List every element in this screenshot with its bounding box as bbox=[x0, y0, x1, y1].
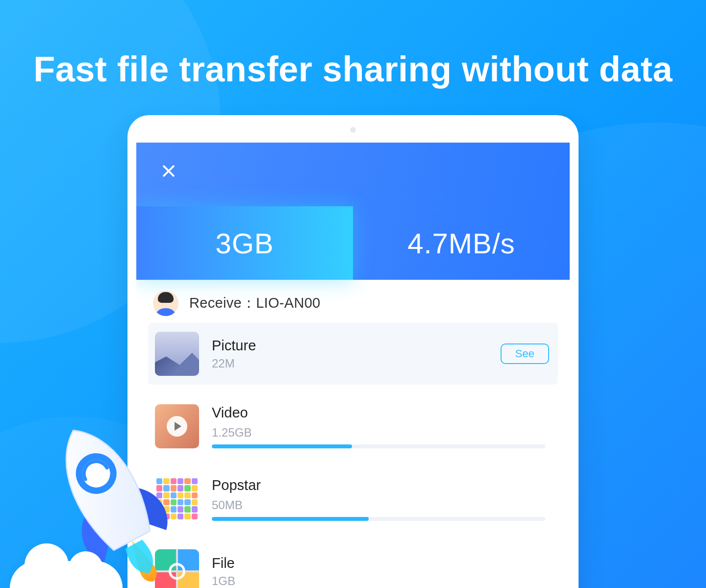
item-size: 22M bbox=[212, 357, 488, 370]
progress-bar bbox=[212, 444, 545, 448]
list-item[interactable]: Video1.25GB bbox=[148, 395, 558, 457]
item-name: Video bbox=[212, 405, 545, 421]
item-info: Video1.25GB bbox=[212, 405, 549, 448]
progress-bar bbox=[212, 517, 545, 521]
progress-fill bbox=[212, 444, 352, 448]
headline: Fast file transfer sharing without data bbox=[0, 49, 706, 89]
receive-prefix: Receive： bbox=[189, 295, 256, 311]
stat-total-size: 3GB bbox=[136, 206, 353, 280]
item-info: File1GB bbox=[212, 555, 549, 588]
item-size: 50MB bbox=[212, 498, 545, 512]
close-icon bbox=[160, 163, 177, 179]
item-name: Popstar bbox=[212, 477, 545, 493]
see-button[interactable]: See bbox=[501, 343, 549, 364]
item-size: 1GB bbox=[212, 574, 549, 588]
item-size: 1.25GB bbox=[212, 426, 545, 440]
receive-device: LIO-AN00 bbox=[256, 295, 320, 311]
play-icon bbox=[167, 416, 187, 437]
item-name: Picture bbox=[212, 338, 488, 354]
avatar bbox=[153, 291, 178, 316]
picture-thumbnail bbox=[155, 332, 199, 376]
promo-stage: Fast file transfer sharing without data … bbox=[0, 0, 706, 588]
item-name: File bbox=[212, 555, 549, 571]
item-info: Picture22M bbox=[212, 338, 488, 370]
receive-row: Receive：LIO-AN00 bbox=[136, 280, 570, 323]
item-info: Popstar50MB bbox=[212, 477, 549, 521]
transfer-panel: 3GB 4.7MB/s bbox=[136, 143, 570, 280]
tablet-camera bbox=[350, 127, 356, 133]
receive-label: Receive：LIO-AN00 bbox=[189, 294, 321, 313]
close-button[interactable] bbox=[159, 161, 178, 181]
stat-speed: 4.7MB/s bbox=[353, 206, 570, 280]
progress-fill bbox=[212, 517, 369, 521]
list-item[interactable]: Picture22MSee bbox=[148, 323, 558, 385]
transfer-stats: 3GB 4.7MB/s bbox=[136, 206, 570, 280]
cloud-illustration bbox=[10, 561, 123, 588]
